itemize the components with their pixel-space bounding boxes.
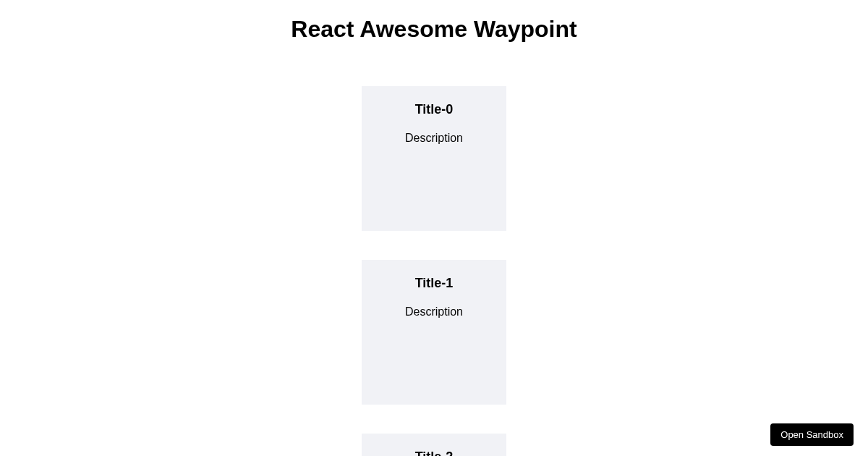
card: Title-1 Description — [362, 260, 506, 405]
card-title: Title-0 — [362, 102, 506, 117]
card: Title-0 Description — [362, 86, 506, 231]
card-title: Title-2 — [362, 449, 506, 456]
page-title: React Awesome Waypoint — [0, 16, 868, 43]
card-description: Description — [362, 132, 506, 145]
cards-container: Title-0 Description Title-1 Description … — [0, 86, 868, 456]
card: Title-2 Description — [362, 434, 506, 456]
card-title: Title-1 — [362, 276, 506, 291]
open-sandbox-button[interactable]: Open Sandbox — [770, 423, 854, 446]
card-description: Description — [362, 305, 506, 318]
